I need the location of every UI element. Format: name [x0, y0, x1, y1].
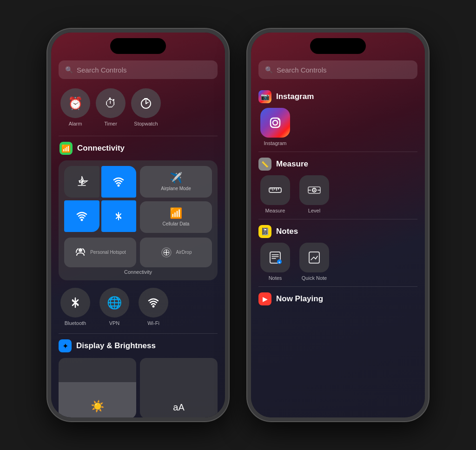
measure-item[interactable]: Measure — [260, 175, 290, 213]
search-bar-left[interactable]: 🔍 Search Controls — [59, 60, 218, 79]
connectivity-label-bottom: Connectivity — [64, 269, 212, 275]
vpn-standalone[interactable]: 🌐 VPN — [99, 288, 129, 326]
bluetooth-standalone[interactable]: Bluetooth — [60, 288, 90, 326]
connectivity-grid: ✈ — [59, 160, 218, 280]
airplane-mode-btn-right[interactable]: ✈️ Airplane Mode — [140, 166, 212, 198]
instagram-item-label: Instagram — [264, 140, 287, 146]
stopwatch-item[interactable]: Stopwatch — [131, 88, 161, 126]
notes-section: 📓 Notes + — [258, 225, 417, 281]
measure-section: 📏 Measure — [258, 158, 417, 213]
instagram-header-icon: 📷 — [258, 90, 271, 103]
divider-right-3 — [258, 286, 417, 287]
airplane-mode-label: Airplane Mode — [161, 186, 191, 192]
timer-icon: ⏱ — [96, 88, 126, 118]
search-bar-right[interactable]: 🔍 Search Controls — [258, 60, 417, 79]
text-size-btn[interactable]: aA — [140, 358, 218, 417]
airdrop-btn[interactable]: AirDrop — [140, 238, 212, 267]
instagram-item[interactable]: Instagram — [260, 108, 290, 146]
display-controls: ☀️ aA — [59, 358, 218, 417]
conn-left-grid: ✈ — [64, 166, 136, 233]
svg-point-11 — [152, 305, 155, 308]
search-placeholder-right: Search Controls — [277, 66, 327, 74]
measure-section-title: Measure — [276, 159, 308, 169]
svg-point-23 — [314, 190, 315, 191]
notes-item-icon: + — [260, 243, 290, 272]
airplane-mode-btn[interactable]: ✈ — [64, 166, 99, 198]
display-icon: ✦ — [59, 339, 72, 352]
hotspot-airdrop-row: Personal Hotspot AirDrop — [64, 238, 212, 267]
alarm-label: Alarm — [69, 121, 82, 126]
timer-item[interactable]: ⏱ Timer — [96, 88, 126, 126]
level-item-icon — [299, 175, 329, 205]
text-size-label: aA — [173, 402, 184, 413]
alarm-icon: ⏰ — [60, 88, 90, 118]
bluetooth-sub-btn[interactable] — [101, 200, 137, 232]
wifi-label: Wi-Fi — [147, 320, 159, 326]
svg-point-13 — [273, 120, 278, 125]
notes-header-icon: 📓 — [258, 225, 271, 238]
dynamic-island-right — [310, 38, 366, 54]
measure-item-label: Measure — [265, 208, 285, 213]
notes-items-row: + Notes Quick Note — [258, 243, 417, 281]
svg-point-14 — [278, 119, 279, 120]
brightness-sun-icon: ☀️ — [91, 400, 105, 413]
connectivity-header: 📶 Connectivity — [59, 142, 218, 155]
cellular-data-btn[interactable]: 📶 Cellular Data — [140, 201, 212, 233]
svg-point-8 — [79, 248, 82, 252]
clock-row: ⏰ Alarm ⏱ Timer Stopwatch — [59, 88, 218, 126]
wifi-standalone-icon — [139, 288, 168, 318]
measure-header-icon: 📏 — [258, 158, 271, 171]
personal-hotspot-btn[interactable]: Personal Hotspot — [64, 238, 136, 267]
search-icon-left: 🔍 — [65, 66, 73, 73]
display-header: ✦ Display & Brightness — [59, 339, 218, 352]
standalone-row: Bluetooth 🌐 VPN Wi-Fi — [59, 288, 218, 326]
search-placeholder-left: Search Controls — [77, 66, 127, 74]
notes-section-header: 📓 Notes — [258, 225, 417, 238]
cellular-icon: 📶 — [170, 207, 182, 219]
level-item[interactable]: Level — [299, 175, 329, 213]
measure-item-icon — [260, 175, 290, 205]
connectivity-section-icon: 📶 — [60, 142, 73, 155]
wifi-sub-btn[interactable] — [64, 200, 99, 232]
now-playing-section: ▶ Now Playing — [258, 292, 417, 305]
now-playing-section-title: Now Playing — [276, 294, 323, 304]
svg-text:+: + — [278, 260, 281, 265]
vpn-icon-circle: 🌐 — [99, 288, 129, 318]
quick-note-item[interactable]: Quick Note — [299, 243, 329, 281]
quick-note-icon — [299, 243, 329, 272]
svg-point-7 — [80, 219, 83, 221]
notes-item[interactable]: + Notes — [260, 243, 290, 281]
instagram-section: 📷 Instagram Instagram — [258, 90, 417, 146]
conn-right-col: ✈️ Airplane Mode 📶 Cellular Data — [140, 166, 212, 233]
divider-right-2 — [258, 219, 417, 219]
measure-items-row: Measure Level — [258, 175, 417, 213]
airplane-mode-icon: ✈️ — [170, 172, 182, 184]
stopwatch-label: Stopwatch — [134, 121, 158, 126]
divider-2 — [59, 333, 218, 334]
svg-point-6 — [118, 185, 120, 187]
wifi-standalone[interactable]: Wi-Fi — [139, 288, 168, 326]
now-playing-section-header: ▶ Now Playing — [258, 292, 417, 305]
left-phone: 🔍 Search Controls ⏰ Alarm ⏱ Timer — [47, 29, 229, 421]
alarm-item[interactable]: ⏰ Alarm — [60, 88, 90, 126]
results-list: 📷 Instagram Instagram — [258, 88, 417, 305]
vpn-label: VPN — [109, 320, 120, 326]
search-icon-right: 🔍 — [265, 66, 273, 73]
notes-item-label: Notes — [269, 275, 282, 281]
now-playing-header-icon: ▶ — [258, 292, 271, 305]
instagram-large-icon — [260, 108, 290, 138]
brightness-slider[interactable]: ☀️ — [59, 358, 136, 417]
cellular-label: Cellular Data — [163, 221, 190, 227]
bluetooth-label: Bluetooth — [65, 320, 86, 326]
instagram-section-header: 📷 Instagram — [258, 90, 417, 103]
divider-right-1 — [258, 152, 417, 152]
right-phone: 🔍 Search Controls 📷 Instagram — [247, 29, 429, 421]
connectivity-title: Connectivity — [77, 144, 125, 153]
timer-label: Timer — [104, 121, 117, 126]
measure-section-header: 📏 Measure — [258, 158, 417, 171]
svg-text:✈: ✈ — [78, 177, 85, 186]
quick-note-label: Quick Note — [302, 275, 327, 281]
dynamic-island-left — [110, 38, 166, 54]
wifi-main-btn[interactable] — [101, 166, 137, 198]
divider-1 — [59, 136, 218, 136]
